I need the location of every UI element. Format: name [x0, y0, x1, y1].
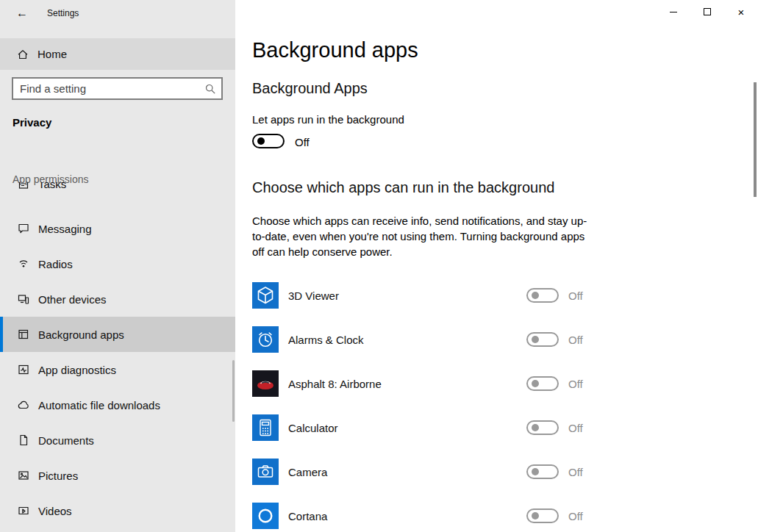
- toggle-knob: [532, 512, 539, 520]
- app-toggle[interactable]: [526, 508, 559, 523]
- app-name: Alarms & Clock: [288, 334, 364, 346]
- back-button[interactable]: ←: [9, 2, 35, 24]
- toggle-knob: [532, 336, 539, 343]
- sidebar-item-label: Other devices: [38, 293, 107, 306]
- window-controls: ×: [657, 0, 758, 24]
- maximize-icon: [704, 8, 711, 15]
- sidebar-item-pictures[interactable]: Pictures: [0, 458, 235, 493]
- search-box: [12, 77, 223, 100]
- cloud-download-icon: [18, 399, 29, 411]
- devices-icon: [18, 293, 29, 305]
- toggle-knob: [532, 424, 539, 431]
- window-title: Settings: [47, 8, 79, 18]
- sidebar-item-videos[interactable]: Videos: [0, 493, 235, 528]
- sidebar-item-app-diagnostics[interactable]: App diagnostics: [0, 352, 235, 387]
- app-toggle-state: Off: [568, 378, 583, 390]
- sidebar-item-label: Automatic file downloads: [38, 399, 160, 411]
- background-apps-heading: Background Apps: [252, 80, 368, 97]
- video-icon: [18, 505, 29, 517]
- app-row-camera: Camera Off: [252, 450, 723, 494]
- sidebar-item-radios[interactable]: Radios: [0, 246, 235, 281]
- app-row-3d-viewer: 3D Viewer Off: [252, 273, 723, 317]
- sidebar-item-label: Tasks: [38, 182, 66, 190]
- close-button[interactable]: ×: [724, 0, 758, 24]
- master-toggle[interactable]: [252, 134, 285, 148]
- sidebar-nav-list: Messaging Radios Other: [0, 211, 235, 528]
- app-name: Calculator: [288, 422, 338, 434]
- sidebar-item-label: Home: [37, 48, 67, 60]
- master-toggle-label: Let apps run in the background: [252, 113, 404, 126]
- app-name: Cortana: [288, 510, 327, 522]
- picture-icon: [18, 470, 29, 481]
- toggle-knob: [257, 137, 265, 145]
- app-row-cortana: Cortana Off: [252, 494, 723, 532]
- sidebar-item-label: Messaging: [38, 223, 92, 235]
- app-toggle-state: Off: [568, 510, 583, 522]
- sidebar-item-automatic-file-downloads[interactable]: Automatic file downloads: [0, 387, 235, 423]
- tasks-icon: [18, 182, 29, 190]
- camera-icon: [252, 459, 279, 485]
- asphalt-8-icon: [252, 370, 279, 397]
- sidebar: ← Settings Home Privacy App permissions: [0, 0, 235, 532]
- app-toggle-state: Off: [568, 334, 583, 346]
- app-row-asphalt-8: Asphalt 8: Airborne Off: [252, 362, 723, 406]
- app-name: 3D Viewer: [288, 290, 339, 302]
- cortana-icon: [252, 503, 279, 529]
- 3d-viewer-icon: [252, 282, 279, 309]
- app-list: 3D Viewer Off Alarms & Clock Off: [252, 273, 723, 532]
- sidebar-section-title: Privacy: [12, 116, 51, 129]
- sidebar-item-home[interactable]: Home: [0, 38, 235, 70]
- sidebar-item-label: Videos: [38, 505, 72, 517]
- main-content: × Background apps Background Apps Let ap…: [235, 0, 758, 532]
- home-icon: [17, 48, 29, 60]
- sidebar-item-label: Pictures: [38, 470, 78, 482]
- sidebar-item-documents[interactable]: Documents: [0, 423, 235, 458]
- search-input[interactable]: [13, 82, 199, 95]
- alarms-clock-icon: [252, 326, 279, 353]
- app-toggle[interactable]: [526, 376, 559, 391]
- main-scrollbar-thumb[interactable]: [754, 82, 757, 197]
- choose-apps-description: Choose which apps can receive info, send…: [252, 213, 589, 259]
- message-icon: [18, 223, 29, 234]
- search-icon[interactable]: [199, 79, 221, 98]
- app-toggle[interactable]: [526, 420, 559, 435]
- app-toggle-state: Off: [568, 290, 583, 302]
- app-row-calculator: Calculator Off: [252, 406, 723, 450]
- toggle-knob: [532, 468, 539, 475]
- radio-icon: [18, 258, 29, 270]
- sidebar-item-label: Radios: [38, 258, 73, 270]
- settings-window: ← Settings Home Privacy App permissions: [0, 0, 758, 532]
- sidebar-item-label: Background apps: [38, 328, 124, 341]
- document-icon: [18, 434, 29, 446]
- sidebar-item-tasks-clipped[interactable]: Tasks: [0, 182, 235, 193]
- diagnostics-icon: [18, 364, 29, 375]
- calculator-icon: [252, 414, 279, 441]
- app-name: Camera: [288, 466, 327, 478]
- sidebar-item-label: App diagnostics: [38, 364, 116, 376]
- choose-apps-heading: Choose which apps can run in the backgro…: [252, 179, 554, 196]
- toggle-knob: [532, 380, 539, 387]
- maximize-button[interactable]: [690, 0, 724, 24]
- minimize-icon: [670, 12, 677, 12]
- sidebar-item-other-devices[interactable]: Other devices: [0, 281, 235, 317]
- toggle-knob: [532, 292, 539, 299]
- app-toggle[interactable]: [526, 332, 559, 347]
- app-row-alarms-clock: Alarms & Clock Off: [252, 317, 723, 362]
- sidebar-item-background-apps[interactable]: Background apps: [0, 317, 235, 352]
- app-toggle[interactable]: [526, 288, 559, 303]
- master-toggle-state: Off: [295, 136, 310, 148]
- selected-accent-bar: [0, 317, 3, 352]
- background-apps-icon: [18, 328, 29, 340]
- app-name: Asphalt 8: Airborne: [288, 378, 382, 390]
- app-toggle-state: Off: [568, 466, 583, 478]
- sidebar-item-messaging[interactable]: Messaging: [0, 211, 235, 246]
- page-title: Background apps: [252, 38, 418, 62]
- sidebar-scrollbar-thumb[interactable]: [232, 360, 235, 422]
- app-toggle[interactable]: [526, 464, 559, 479]
- minimize-button[interactable]: [657, 0, 690, 24]
- app-toggle-state: Off: [568, 422, 583, 434]
- sidebar-item-label: Documents: [38, 434, 94, 447]
